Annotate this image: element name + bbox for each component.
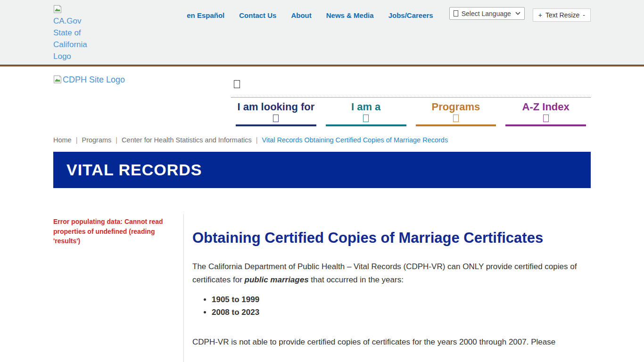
- text-decrease-button[interactable]: -: [583, 11, 585, 19]
- tab-underline: [236, 124, 316, 126]
- tab-i-am-a[interactable]: I am a: [321, 101, 411, 126]
- breadcrumb-current-page[interactable]: Vital Records Obtaining Certified Copies…: [262, 136, 448, 144]
- list-item: 1905 to 1999: [212, 294, 591, 306]
- ca-gov-logo-link[interactable]: CA.Gov State of California Logo: [53, 5, 88, 62]
- primary-nav-region: I am looking for I am a Programs A-Z Ind…: [231, 74, 591, 126]
- year-range-list: 1905 to 1999 2008 to 2023: [192, 294, 591, 319]
- tab-underline: [505, 124, 586, 126]
- breadcrumb-separator: |: [256, 136, 258, 144]
- language-icon: [454, 10, 458, 16]
- note-paragraph: CDPH-VR is not able to provide certified…: [192, 336, 591, 349]
- text-resize-control: + Text Resize -: [533, 8, 591, 22]
- utility-bar: CA.Gov State of California Logo en Españ…: [0, 0, 644, 66]
- chevron-down-icon: [453, 115, 459, 122]
- content-area: Error populating data: Cannot read prope…: [53, 214, 591, 362]
- banner-title: VITAL RECORDS: [66, 161, 202, 179]
- language-select-dropdown[interactable]: Select Language: [449, 7, 525, 20]
- list-item: 2008 to 2023: [212, 306, 591, 319]
- nav-link-jobs-careers[interactable]: Jobs/Careers: [388, 11, 433, 19]
- tab-programs[interactable]: Programs: [411, 101, 501, 126]
- breadcrumb-separator: |: [76, 136, 78, 144]
- breadcrumb-chsi[interactable]: Center for Health Statistics and Informa…: [122, 136, 252, 144]
- ca-logo-alt-line: CA.Gov: [53, 16, 82, 25]
- breadcrumb-separator: |: [116, 136, 117, 144]
- language-select-label: Select Language: [462, 10, 511, 17]
- site-header: CDPH Site Logo I am looking for I am a P…: [0, 66, 644, 133]
- breadcrumb-home[interactable]: Home: [53, 136, 72, 144]
- tab-i-am-looking-for[interactable]: I am looking for: [231, 101, 321, 126]
- left-sidebar: Error populating data: Cannot read prope…: [53, 214, 184, 362]
- ca-logo-alt-line: Logo: [53, 52, 71, 61]
- chevron-down-icon: [515, 12, 520, 15]
- nav-link-about[interactable]: About: [291, 11, 311, 19]
- text-resize-label: Text Resize: [545, 11, 579, 19]
- primary-nav-tabs: I am looking for I am a Programs A-Z Ind…: [231, 97, 591, 126]
- nav-link-news-media[interactable]: News & Media: [326, 11, 374, 19]
- tab-label: I am a: [351, 101, 380, 113]
- tab-label: I am looking for: [237, 101, 314, 113]
- intro-paragraph: The California Department of Public Heal…: [192, 260, 591, 287]
- tab-label: A-Z Index: [522, 101, 570, 113]
- breadcrumb: Home | Programs | Center for Health Stat…: [53, 133, 591, 148]
- cdph-logo-alt-text: CDPH Site Logo: [63, 75, 125, 85]
- chevron-down-icon: [543, 115, 549, 122]
- search-icon[interactable]: [234, 80, 240, 88]
- intro-text-after: that occurred in the years:: [309, 275, 404, 284]
- broken-image-icon: [53, 75, 62, 84]
- tab-underline: [416, 124, 496, 126]
- broken-image-icon: [53, 5, 62, 14]
- page-title: Obtaining Certified Copies of Marriage C…: [192, 226, 591, 250]
- text-increase-button[interactable]: +: [538, 11, 542, 19]
- sidebar-error-message: Error populating data: Cannot read prope…: [53, 217, 172, 246]
- intro-emphasis: public marriages: [245, 275, 309, 284]
- tab-underline: [326, 124, 406, 126]
- utility-nav: en Español Contact Us About News & Media…: [187, 11, 433, 19]
- ca-logo-alt-line: State of: [53, 28, 81, 37]
- chevron-down-icon: [273, 115, 279, 122]
- ca-logo-alt-line: California: [53, 40, 87, 49]
- main-content: Obtaining Certified Copies of Marriage C…: [184, 214, 591, 362]
- nav-link-contact-us[interactable]: Contact Us: [239, 11, 276, 19]
- nav-link-en-espanol[interactable]: en Español: [187, 11, 224, 19]
- vital-records-banner: VITAL RECORDS: [53, 152, 591, 188]
- breadcrumb-programs[interactable]: Programs: [82, 136, 111, 144]
- tab-a-z-index[interactable]: A-Z Index: [501, 101, 591, 126]
- cdph-site-logo-link[interactable]: CDPH Site Logo: [53, 74, 231, 126]
- tab-label: Programs: [432, 101, 480, 113]
- chevron-down-icon: [363, 115, 369, 122]
